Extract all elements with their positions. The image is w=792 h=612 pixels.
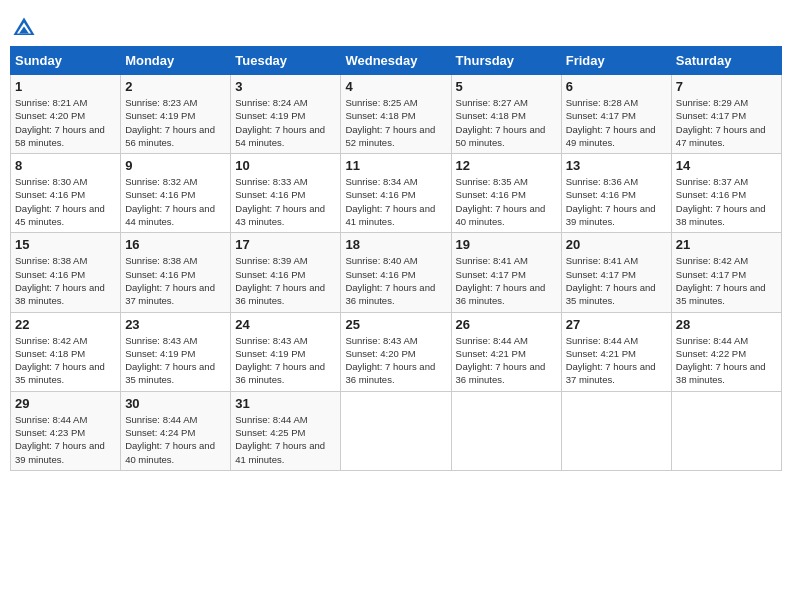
day-info: Sunrise: 8:44 AMSunset: 4:22 PMDaylight:… xyxy=(676,334,777,387)
calendar-table: SundayMondayTuesdayWednesdayThursdayFrid… xyxy=(10,46,782,471)
calendar-day-cell: 20Sunrise: 8:41 AMSunset: 4:17 PMDayligh… xyxy=(561,233,671,312)
calendar-day-cell: 24Sunrise: 8:43 AMSunset: 4:19 PMDayligh… xyxy=(231,312,341,391)
day-number: 30 xyxy=(125,396,226,411)
day-number: 10 xyxy=(235,158,336,173)
day-number: 11 xyxy=(345,158,446,173)
day-info: Sunrise: 8:43 AMSunset: 4:19 PMDaylight:… xyxy=(125,334,226,387)
calendar-day-cell: 1Sunrise: 8:21 AMSunset: 4:20 PMDaylight… xyxy=(11,75,121,154)
day-info: Sunrise: 8:34 AMSunset: 4:16 PMDaylight:… xyxy=(345,175,446,228)
calendar-day-cell: 25Sunrise: 8:43 AMSunset: 4:20 PMDayligh… xyxy=(341,312,451,391)
day-info: Sunrise: 8:44 AMSunset: 4:21 PMDaylight:… xyxy=(456,334,557,387)
day-info: Sunrise: 8:44 AMSunset: 4:25 PMDaylight:… xyxy=(235,413,336,466)
logo xyxy=(10,14,42,42)
calendar-day-cell: 17Sunrise: 8:39 AMSunset: 4:16 PMDayligh… xyxy=(231,233,341,312)
calendar-day-cell: 18Sunrise: 8:40 AMSunset: 4:16 PMDayligh… xyxy=(341,233,451,312)
day-number: 31 xyxy=(235,396,336,411)
calendar-day-cell: 9Sunrise: 8:32 AMSunset: 4:16 PMDaylight… xyxy=(121,154,231,233)
day-info: Sunrise: 8:44 AMSunset: 4:24 PMDaylight:… xyxy=(125,413,226,466)
calendar-day-cell: 13Sunrise: 8:36 AMSunset: 4:16 PMDayligh… xyxy=(561,154,671,233)
day-number: 15 xyxy=(15,237,116,252)
calendar-day-cell: 16Sunrise: 8:38 AMSunset: 4:16 PMDayligh… xyxy=(121,233,231,312)
empty-cell xyxy=(561,391,671,470)
calendar-day-cell: 23Sunrise: 8:43 AMSunset: 4:19 PMDayligh… xyxy=(121,312,231,391)
calendar-body: 1Sunrise: 8:21 AMSunset: 4:20 PMDaylight… xyxy=(11,75,782,471)
empty-cell xyxy=(671,391,781,470)
day-number: 4 xyxy=(345,79,446,94)
day-info: Sunrise: 8:38 AMSunset: 4:16 PMDaylight:… xyxy=(15,254,116,307)
calendar-day-cell: 26Sunrise: 8:44 AMSunset: 4:21 PMDayligh… xyxy=(451,312,561,391)
calendar-day-cell: 14Sunrise: 8:37 AMSunset: 4:16 PMDayligh… xyxy=(671,154,781,233)
day-number: 21 xyxy=(676,237,777,252)
day-info: Sunrise: 8:27 AMSunset: 4:18 PMDaylight:… xyxy=(456,96,557,149)
day-info: Sunrise: 8:28 AMSunset: 4:17 PMDaylight:… xyxy=(566,96,667,149)
calendar-day-cell: 12Sunrise: 8:35 AMSunset: 4:16 PMDayligh… xyxy=(451,154,561,233)
day-number: 20 xyxy=(566,237,667,252)
calendar-day-cell: 4Sunrise: 8:25 AMSunset: 4:18 PMDaylight… xyxy=(341,75,451,154)
day-info: Sunrise: 8:30 AMSunset: 4:16 PMDaylight:… xyxy=(15,175,116,228)
calendar-week-row: 22Sunrise: 8:42 AMSunset: 4:18 PMDayligh… xyxy=(11,312,782,391)
logo-icon xyxy=(10,14,38,42)
calendar-week-row: 29Sunrise: 8:44 AMSunset: 4:23 PMDayligh… xyxy=(11,391,782,470)
day-info: Sunrise: 8:32 AMSunset: 4:16 PMDaylight:… xyxy=(125,175,226,228)
day-number: 23 xyxy=(125,317,226,332)
day-number: 28 xyxy=(676,317,777,332)
day-of-week-header: Monday xyxy=(121,47,231,75)
day-number: 9 xyxy=(125,158,226,173)
page-header xyxy=(10,10,782,42)
day-info: Sunrise: 8:42 AMSunset: 4:18 PMDaylight:… xyxy=(15,334,116,387)
calendar-day-cell: 2Sunrise: 8:23 AMSunset: 4:19 PMDaylight… xyxy=(121,75,231,154)
day-info: Sunrise: 8:42 AMSunset: 4:17 PMDaylight:… xyxy=(676,254,777,307)
calendar-day-cell: 6Sunrise: 8:28 AMSunset: 4:17 PMDaylight… xyxy=(561,75,671,154)
day-number: 5 xyxy=(456,79,557,94)
day-info: Sunrise: 8:35 AMSunset: 4:16 PMDaylight:… xyxy=(456,175,557,228)
calendar-day-cell: 31Sunrise: 8:44 AMSunset: 4:25 PMDayligh… xyxy=(231,391,341,470)
calendar-day-cell: 21Sunrise: 8:42 AMSunset: 4:17 PMDayligh… xyxy=(671,233,781,312)
day-of-week-header: Thursday xyxy=(451,47,561,75)
day-info: Sunrise: 8:33 AMSunset: 4:16 PMDaylight:… xyxy=(235,175,336,228)
day-info: Sunrise: 8:24 AMSunset: 4:19 PMDaylight:… xyxy=(235,96,336,149)
day-number: 22 xyxy=(15,317,116,332)
day-number: 1 xyxy=(15,79,116,94)
day-number: 19 xyxy=(456,237,557,252)
day-number: 3 xyxy=(235,79,336,94)
day-info: Sunrise: 8:41 AMSunset: 4:17 PMDaylight:… xyxy=(566,254,667,307)
day-info: Sunrise: 8:39 AMSunset: 4:16 PMDaylight:… xyxy=(235,254,336,307)
day-info: Sunrise: 8:25 AMSunset: 4:18 PMDaylight:… xyxy=(345,96,446,149)
calendar-day-cell: 22Sunrise: 8:42 AMSunset: 4:18 PMDayligh… xyxy=(11,312,121,391)
day-info: Sunrise: 8:43 AMSunset: 4:20 PMDaylight:… xyxy=(345,334,446,387)
calendar-day-cell: 15Sunrise: 8:38 AMSunset: 4:16 PMDayligh… xyxy=(11,233,121,312)
calendar-week-row: 8Sunrise: 8:30 AMSunset: 4:16 PMDaylight… xyxy=(11,154,782,233)
calendar-day-cell: 10Sunrise: 8:33 AMSunset: 4:16 PMDayligh… xyxy=(231,154,341,233)
day-info: Sunrise: 8:40 AMSunset: 4:16 PMDaylight:… xyxy=(345,254,446,307)
calendar-day-cell: 29Sunrise: 8:44 AMSunset: 4:23 PMDayligh… xyxy=(11,391,121,470)
day-info: Sunrise: 8:21 AMSunset: 4:20 PMDaylight:… xyxy=(15,96,116,149)
calendar-day-cell: 5Sunrise: 8:27 AMSunset: 4:18 PMDaylight… xyxy=(451,75,561,154)
day-number: 6 xyxy=(566,79,667,94)
calendar-week-row: 15Sunrise: 8:38 AMSunset: 4:16 PMDayligh… xyxy=(11,233,782,312)
calendar-day-cell: 19Sunrise: 8:41 AMSunset: 4:17 PMDayligh… xyxy=(451,233,561,312)
day-info: Sunrise: 8:43 AMSunset: 4:19 PMDaylight:… xyxy=(235,334,336,387)
calendar-day-cell: 28Sunrise: 8:44 AMSunset: 4:22 PMDayligh… xyxy=(671,312,781,391)
day-number: 12 xyxy=(456,158,557,173)
day-of-week-header: Saturday xyxy=(671,47,781,75)
calendar-day-cell: 8Sunrise: 8:30 AMSunset: 4:16 PMDaylight… xyxy=(11,154,121,233)
calendar-day-cell: 3Sunrise: 8:24 AMSunset: 4:19 PMDaylight… xyxy=(231,75,341,154)
day-of-week-header: Sunday xyxy=(11,47,121,75)
day-info: Sunrise: 8:36 AMSunset: 4:16 PMDaylight:… xyxy=(566,175,667,228)
calendar-day-cell: 30Sunrise: 8:44 AMSunset: 4:24 PMDayligh… xyxy=(121,391,231,470)
calendar-day-cell: 7Sunrise: 8:29 AMSunset: 4:17 PMDaylight… xyxy=(671,75,781,154)
day-number: 29 xyxy=(15,396,116,411)
calendar-day-cell: 27Sunrise: 8:44 AMSunset: 4:21 PMDayligh… xyxy=(561,312,671,391)
day-number: 18 xyxy=(345,237,446,252)
calendar-day-cell: 11Sunrise: 8:34 AMSunset: 4:16 PMDayligh… xyxy=(341,154,451,233)
day-number: 14 xyxy=(676,158,777,173)
calendar-header: SundayMondayTuesdayWednesdayThursdayFrid… xyxy=(11,47,782,75)
day-info: Sunrise: 8:23 AMSunset: 4:19 PMDaylight:… xyxy=(125,96,226,149)
day-of-week-header: Tuesday xyxy=(231,47,341,75)
day-info: Sunrise: 8:38 AMSunset: 4:16 PMDaylight:… xyxy=(125,254,226,307)
empty-cell xyxy=(451,391,561,470)
day-number: 26 xyxy=(456,317,557,332)
day-of-week-header: Friday xyxy=(561,47,671,75)
day-header-row: SundayMondayTuesdayWednesdayThursdayFrid… xyxy=(11,47,782,75)
empty-cell xyxy=(341,391,451,470)
